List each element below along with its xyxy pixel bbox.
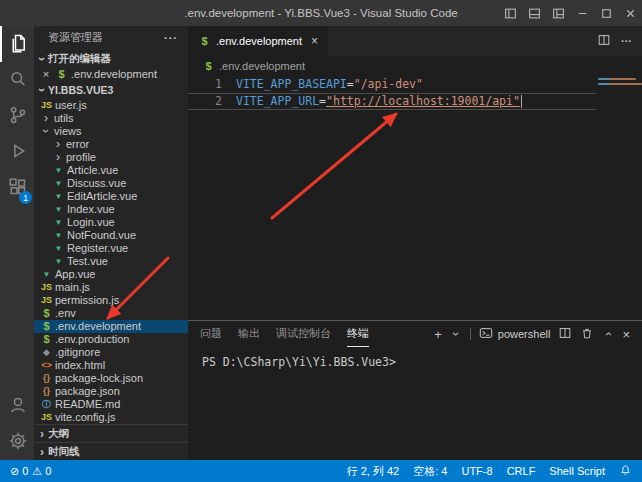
tree-file-Register.vue[interactable]: ▼Register.vue — [34, 242, 188, 255]
outline-section[interactable]: › 大纲 — [34, 424, 188, 442]
activity-run-debug[interactable] — [0, 134, 34, 170]
tree-file-permission.js[interactable]: JSpermission.js — [34, 294, 188, 307]
activity-search[interactable] — [0, 62, 34, 98]
status-encoding[interactable]: UTF-8 — [461, 465, 492, 477]
more-actions-icon[interactable]: ··· — [621, 35, 632, 47]
vue-icon: ▼ — [52, 229, 65, 242]
error-icon: ⊘ — [10, 465, 19, 478]
tree-item-label: .env.development — [55, 320, 141, 333]
notifications-bell-icon[interactable] — [619, 464, 632, 479]
tree-item-label: error — [66, 138, 89, 151]
tree-file-package.json[interactable]: {}package.json — [34, 385, 188, 398]
error-count: ⊘ 0 — [10, 465, 28, 478]
problems-status[interactable]: ⊘ 0 ⚠ 0 — [10, 465, 51, 478]
account-icon — [8, 395, 28, 417]
split-terminal-icon[interactable] — [558, 326, 572, 342]
panel-tab-输出[interactable]: 输出 — [238, 321, 260, 347]
tree-file-package-lock.json[interactable]: {}package-lock.json — [34, 372, 188, 385]
breadcrumb[interactable]: $ .env.development — [188, 56, 642, 76]
tree-file-EditArticle.vue[interactable]: ▼EditArticle.vue — [34, 190, 188, 203]
tree-file-user.js[interactable]: JSuser.js — [34, 99, 188, 112]
close-window-icon[interactable] — [618, 0, 642, 26]
tree-file-Index.vue[interactable]: ▼Index.vue — [34, 203, 188, 216]
activity-source-control[interactable] — [0, 98, 34, 134]
tree-folder-profile[interactable]: ›profile — [34, 151, 188, 164]
tree-file-Discuss.vue[interactable]: ▼Discuss.vue — [34, 177, 188, 190]
code-token: VITE_APP_URL — [236, 94, 319, 108]
open-editors-label: 打开的编辑器 — [48, 52, 111, 66]
status-cursor-position[interactable]: 行 2, 列 42 — [347, 464, 400, 479]
maximize-icon[interactable] — [594, 0, 618, 26]
code-line-1[interactable]: 1VITE_APP_BASEAPI="/api-dev" — [188, 76, 596, 93]
close-tab-icon[interactable]: × — [311, 34, 318, 48]
close-panel-icon[interactable]: × — [622, 327, 630, 342]
tree-file-.env.production[interactable]: $.env.production — [34, 333, 188, 346]
split-editor-icon[interactable] — [597, 33, 611, 49]
terminal-dropdown-icon[interactable]: › — [450, 328, 462, 340]
tree-item-label: index.html — [55, 359, 105, 372]
tree-folder-error[interactable]: ›error — [34, 138, 188, 151]
tree-file-App.vue[interactable]: ▼App.vue — [34, 268, 188, 281]
code-editor[interactable]: 1VITE_APP_BASEAPI="/api-dev"2VITE_APP_UR… — [188, 76, 642, 320]
tree-file-vite.config.js[interactable]: JSvite.config.js — [34, 411, 188, 424]
minimap[interactable] — [596, 76, 642, 320]
tree-file-Test.vue[interactable]: ▼Test.vue — [34, 255, 188, 268]
toggle-sidebar-icon[interactable] — [498, 0, 522, 26]
code-line-2[interactable]: 2VITE_APP_URL="http://localhost:19001/ap… — [188, 93, 596, 110]
text-cursor — [521, 95, 523, 108]
code-lines: 1VITE_APP_BASEAPI="/api-dev"2VITE_APP_UR… — [188, 76, 596, 110]
project-label: YI.BBS.VUE3 — [48, 84, 113, 96]
tree-file-.env[interactable]: $.env — [34, 307, 188, 320]
tree-item-label: App.vue — [55, 268, 95, 281]
tree-folder-utils[interactable]: ›utils — [34, 112, 188, 125]
tree-file-Login.vue[interactable]: ▼Login.vue — [34, 216, 188, 229]
panel-tab-问题[interactable]: 问题 — [200, 321, 222, 347]
tab-env-development[interactable]: $ .env.development × — [188, 26, 328, 56]
activity-accounts[interactable] — [0, 388, 34, 424]
gear-icon — [8, 431, 28, 453]
status-indentation[interactable]: 空格: 4 — [413, 464, 447, 479]
js-icon: JS — [40, 411, 53, 424]
tree-file-main.js[interactable]: JSmain.js — [34, 281, 188, 294]
tree-folder-views[interactable]: ›views — [34, 125, 188, 138]
tree-file-.env.development[interactable]: $.env.development — [34, 320, 188, 333]
vue-icon: ▼ — [52, 177, 65, 190]
breadcrumb-item[interactable]: .env.development — [219, 60, 305, 72]
tree-item-label: Register.vue — [67, 242, 128, 255]
maximize-panel-icon[interactable]: › — [602, 328, 614, 340]
main-area: 1 资源管理器 ··· › 打开的编辑器 — [0, 26, 642, 460]
terminal[interactable]: PS D:\CSharp\Yi\Yi.BBS.Vue3> — [188, 347, 642, 377]
activity-explorer[interactable] — [0, 26, 34, 62]
window-title: .env.development - Yi.BBS.Vue3 - Visual … — [184, 7, 457, 19]
status-eol[interactable]: CRLF — [507, 465, 536, 477]
panel-actions: + › powershell — [434, 321, 630, 347]
minimize-icon[interactable] — [570, 0, 594, 26]
panel-tab-终端[interactable]: 终端 — [347, 321, 369, 347]
new-terminal-icon[interactable]: + — [434, 328, 442, 341]
timeline-section[interactable]: › 时间线 — [34, 442, 188, 460]
vue-icon: ▼ — [52, 242, 65, 255]
explorer-icon — [8, 33, 28, 55]
chevron-right-icon: › — [36, 428, 48, 440]
terminal-shell-selector[interactable]: powershell — [479, 326, 551, 342]
project-section[interactable]: › YI.BBS.VUE3 — [34, 81, 188, 99]
status-language-mode[interactable]: Shell Script — [549, 465, 605, 477]
toggle-panel-icon[interactable] — [522, 0, 546, 26]
customize-layout-icon[interactable] — [546, 0, 570, 26]
panel-tab-调试控制台[interactable]: 调试控制台 — [276, 321, 331, 347]
close-editor-icon[interactable]: × — [40, 68, 52, 80]
open-editor-item[interactable]: × $ .env.development — [34, 67, 188, 81]
tree-item-label: utils — [54, 112, 74, 125]
kill-terminal-icon[interactable] — [580, 326, 594, 342]
tree-file-index.html[interactable]: <>index.html — [34, 359, 188, 372]
activity-settings[interactable] — [0, 424, 34, 460]
more-actions-icon[interactable]: ··· — [164, 32, 178, 44]
open-editors-section[interactable]: › 打开的编辑器 — [34, 50, 188, 68]
minimap-line — [598, 78, 636, 80]
tree-file-README.md[interactable]: ⓘREADME.md — [34, 398, 188, 411]
tree-file-.gitignore[interactable]: ◆.gitignore — [34, 346, 188, 359]
tree-file-Article.vue[interactable]: ▼Article.vue — [34, 164, 188, 177]
tree-file-NotFound.vue[interactable]: ▼NotFound.vue — [34, 229, 188, 242]
title-bar: .env.development - Yi.BBS.Vue3 - Visual … — [0, 0, 642, 26]
activity-extensions[interactable]: 1 — [0, 170, 34, 206]
